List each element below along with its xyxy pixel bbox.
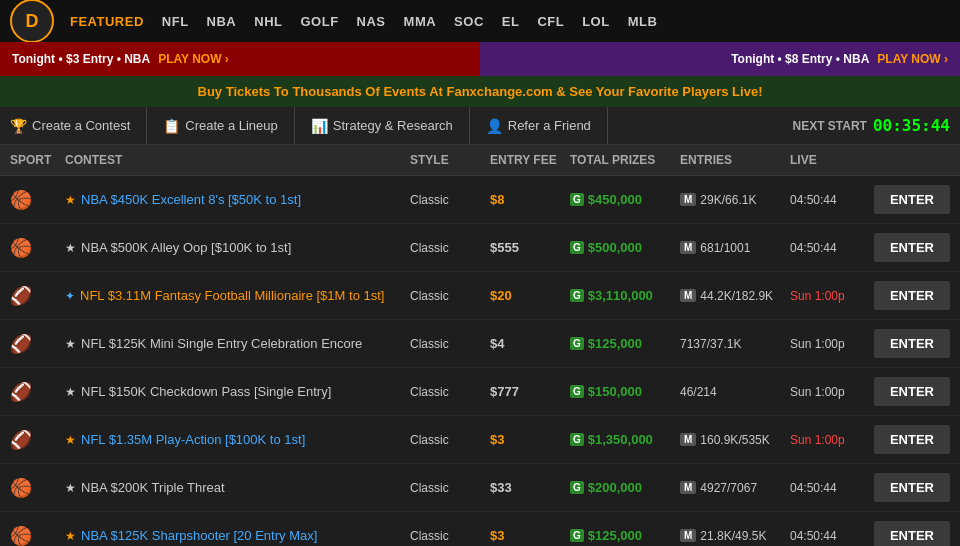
nav-item-soc[interactable]: SOC <box>454 14 484 29</box>
nav-item-nas[interactable]: NAS <box>357 14 386 29</box>
contest-star: ★ <box>65 433 76 447</box>
enter-button[interactable]: ENTER <box>874 473 950 502</box>
prize-amount: $125,000 <box>588 528 642 543</box>
row-entries: M21.8K/49.5K <box>680 529 790 543</box>
row-entries: 46/214 <box>680 385 790 399</box>
row-fee: $3 <box>490 432 570 447</box>
entries-text: 681/1001 <box>700 241 750 255</box>
entries-text: 21.8K/49.5K <box>700 529 766 543</box>
enter-button[interactable]: ENTER <box>874 233 950 262</box>
row-sport: 🏈 <box>10 429 65 451</box>
contest-name[interactable]: NBA $125K Sharpshooter [20 Entry Max] <box>81 528 317 543</box>
nav-item-lol[interactable]: LOL <box>582 14 610 29</box>
promo-bar: Tonight • $3 Entry • NBA PLAY NOW › Toni… <box>0 42 960 76</box>
enter-button[interactable]: ENTER <box>874 185 950 214</box>
entries-text: 160.9K/535K <box>700 433 769 447</box>
prize-amount: $150,000 <box>588 384 642 399</box>
nav-item-cfl[interactable]: CFL <box>537 14 564 29</box>
enter-button[interactable]: ENTER <box>874 329 950 358</box>
row-live: Sun 1:00p <box>790 432 870 447</box>
row-prizes: G$150,000 <box>570 384 680 399</box>
promo-left-text: Tonight • $3 Entry • NBA <box>12 52 150 66</box>
contest-name[interactable]: NFL $150K Checkdown Pass [Single Entry] <box>81 384 331 399</box>
row-fee: $20 <box>490 288 570 303</box>
nav-item-nhl[interactable]: NHL <box>254 14 282 29</box>
sec-nav-label-2: Strategy & Research <box>333 118 453 133</box>
contest-star: ★ <box>65 385 76 399</box>
table-row: 🏀 ★ NBA $200K Triple Threat Classic $33 … <box>0 464 960 512</box>
promo-right-play-btn[interactable]: PLAY NOW › <box>877 52 948 66</box>
prize-badge: G <box>570 481 584 494</box>
row-fee: $4 <box>490 336 570 351</box>
row-contest: ✦ NFL $3.11M Fantasy Football Millionair… <box>65 288 410 303</box>
entries-badge: M <box>680 289 696 302</box>
table-row: 🏀 ★ NBA $125K Sharpshooter [20 Entry Max… <box>0 512 960 546</box>
contest-star: ✦ <box>65 289 75 303</box>
entries-text: 4927/7067 <box>700 481 757 495</box>
nav-item-nfl[interactable]: NFL <box>162 14 189 29</box>
next-start-label: NEXT START <box>792 119 866 133</box>
nav-item-featured[interactable]: FEATURED <box>70 14 144 29</box>
nav-item-mma[interactable]: MMA <box>404 14 437 29</box>
sec-nav-icon-2: 📊 <box>311 118 328 134</box>
fee-amount: $33 <box>490 480 512 495</box>
row-contest: ★ NFL $1.35M Play-Action [$100K to 1st] <box>65 432 410 447</box>
prize-amount: $1,350,000 <box>588 432 653 447</box>
prize-amount: $125,000 <box>588 336 642 351</box>
row-style: Classic <box>410 193 490 207</box>
contest-name[interactable]: NBA $200K Triple Threat <box>81 480 225 495</box>
prize-amount: $500,000 <box>588 240 642 255</box>
sport-icon: 🏈 <box>10 429 32 451</box>
row-entries: M44.2K/182.9K <box>680 289 790 303</box>
row-prizes: G$125,000 <box>570 528 680 543</box>
sec-nav-item-3[interactable]: 👤Refer a Friend <box>470 107 608 145</box>
enter-button[interactable]: ENTER <box>874 425 950 454</box>
row-fee: $8 <box>490 192 570 207</box>
nav-item-golf[interactable]: GOLF <box>300 14 338 29</box>
contest-name[interactable]: NBA $450K Excellent 8's [$50K to 1st] <box>81 192 301 207</box>
promo-left-play-btn[interactable]: PLAY NOW › <box>158 52 229 66</box>
sec-nav-item-2[interactable]: 📊Strategy & Research <box>295 107 470 145</box>
table-body: 🏀 ★ NBA $450K Excellent 8's [$50K to 1st… <box>0 176 960 546</box>
row-entries: M681/1001 <box>680 241 790 255</box>
enter-button[interactable]: ENTER <box>874 377 950 406</box>
sec-nav-icon-3: 👤 <box>486 118 503 134</box>
prize-badge: G <box>570 193 584 206</box>
row-entries: M160.9K/535K <box>680 433 790 447</box>
contest-name[interactable]: NFL $1.35M Play-Action [$100K to 1st] <box>81 432 305 447</box>
logo[interactable]: D <box>10 0 54 43</box>
row-live: Sun 1:00p <box>790 288 870 303</box>
row-action: ENTER <box>870 281 950 310</box>
row-prizes: G$3,110,000 <box>570 288 680 303</box>
row-live: 04:50:44 <box>790 240 870 255</box>
next-start-time: 00:35:44 <box>873 116 950 135</box>
row-style: Classic <box>410 529 490 543</box>
row-live: Sun 1:00p <box>790 384 870 399</box>
enter-button[interactable]: ENTER <box>874 521 950 546</box>
prize-badge: G <box>570 289 584 302</box>
nav-item-el[interactable]: EL <box>502 14 520 29</box>
sport-icon: 🏈 <box>10 381 32 403</box>
row-sport: 🏈 <box>10 333 65 355</box>
nav-item-mlb[interactable]: MLB <box>628 14 658 29</box>
live-time: Sun 1:00p <box>790 385 845 399</box>
fee-amount: $3 <box>490 528 504 543</box>
row-action: ENTER <box>870 185 950 214</box>
contest-name[interactable]: NBA $500K Alley Oop [$100K to 1st] <box>81 240 291 255</box>
contest-name[interactable]: NFL $125K Mini Single Entry Celebration … <box>81 336 362 351</box>
sec-nav-item-1[interactable]: 📋Create a Lineup <box>147 107 295 145</box>
contest-name[interactable]: NFL $3.11M Fantasy Football Millionaire … <box>80 288 384 303</box>
col-live-header: Live <box>790 153 870 167</box>
row-prizes: G$200,000 <box>570 480 680 495</box>
col-prizes-header: Total Prizes <box>570 153 680 167</box>
row-style: Classic <box>410 337 490 351</box>
sec-nav-item-0[interactable]: 🏆Create a Contest <box>10 107 147 145</box>
row-sport: 🏀 <box>10 477 65 499</box>
sec-nav-label-3: Refer a Friend <box>508 118 591 133</box>
row-prizes: G$450,000 <box>570 192 680 207</box>
enter-button[interactable]: ENTER <box>874 281 950 310</box>
col-sport-header: Sport <box>10 153 65 167</box>
nav-item-nba[interactable]: NBA <box>207 14 237 29</box>
entries-text: 46/214 <box>680 385 717 399</box>
row-contest: ★ NBA $500K Alley Oop [$100K to 1st] <box>65 240 410 255</box>
